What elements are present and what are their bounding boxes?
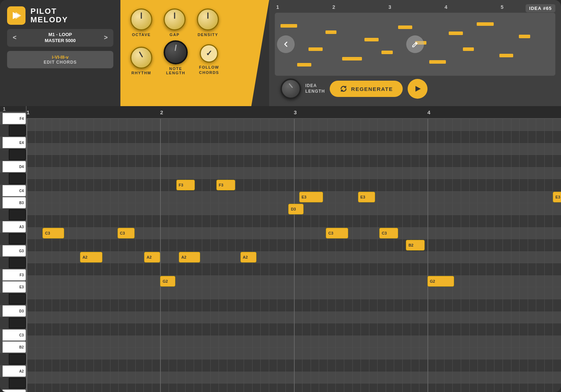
note-block[interactable]: B2 xyxy=(406,240,425,250)
grid-row xyxy=(27,384,561,392)
regenerate-label: REGENERATE xyxy=(351,86,393,92)
note-block[interactable]: G2 xyxy=(160,276,175,287)
loop-selector: < M1 - LOOPMASTER 5000 > xyxy=(7,29,113,47)
chord-name: i-VI-III-v xyxy=(12,54,108,60)
note-block[interactable]: E3 xyxy=(553,192,561,202)
piano-key-row: F4 xyxy=(0,113,26,125)
chord-button[interactable]: i-VI-III-v EDIT CHORDS xyxy=(7,51,113,68)
preview-note xyxy=(477,22,494,26)
density-knob[interactable] xyxy=(197,8,219,30)
idea-length-label: IDEALENGTH xyxy=(305,83,325,94)
piano-keys: 1 F4E4D4C4B3A3G3F3E3D3C3B2A2G2F2E2 xyxy=(0,106,27,392)
note-block[interactable]: A2 xyxy=(240,252,256,263)
white-key[interactable]: A2 xyxy=(2,365,26,377)
white-key[interactable]: B3 xyxy=(2,197,26,208)
checkmark-icon: ✓ xyxy=(206,49,212,58)
white-key[interactable]: C3 xyxy=(2,329,26,341)
idea-length-knob[interactable] xyxy=(280,79,301,99)
grid-row xyxy=(27,371,561,384)
logo-section: PILOT MELODY < M1 - LOOPMASTER 5000 > i-… xyxy=(0,0,120,106)
note-block[interactable]: C3 xyxy=(42,228,64,238)
piano-key-row: D3 xyxy=(0,305,26,317)
white-key[interactable]: A3 xyxy=(2,221,26,232)
note-block[interactable]: F3 xyxy=(216,180,235,190)
note-block[interactable]: A2 xyxy=(80,252,102,263)
note-block[interactable]: G2 xyxy=(427,276,454,287)
piano-key-row xyxy=(0,209,26,221)
preview-note xyxy=(449,31,463,35)
controls-section: OCTAVE GAP DENSITY RHYTHM NOTELENGTH xyxy=(120,0,269,106)
black-key[interactable] xyxy=(9,354,26,364)
piano-key-row: A2 xyxy=(0,365,26,377)
white-key[interactable]: E3 xyxy=(2,281,26,293)
note-block[interactable]: E3 xyxy=(299,192,323,202)
note-block[interactable]: A2 xyxy=(144,252,160,263)
grid-row xyxy=(27,287,561,299)
piano-key-row: B3 xyxy=(0,197,26,209)
white-key[interactable]: F3 xyxy=(2,269,26,281)
loop-next-button[interactable]: > xyxy=(100,33,111,43)
piano-key-row xyxy=(0,353,26,365)
black-key[interactable] xyxy=(9,234,26,244)
piano-key-row: E3 xyxy=(0,281,26,293)
grid-row xyxy=(27,167,561,179)
black-key[interactable] xyxy=(9,125,26,136)
note-block[interactable]: C3 xyxy=(379,228,398,238)
bottom-knob-row: RHYTHM NOTELENGTH ✓ FOLLOWCHORDS xyxy=(130,40,248,75)
note-block[interactable]: F3 xyxy=(176,180,195,190)
note-block[interactable]: C3 xyxy=(118,228,135,238)
play-button[interactable] xyxy=(408,79,427,99)
white-key[interactable]: B2 xyxy=(2,341,26,353)
logo-text: PILOT MELODY xyxy=(30,7,68,24)
grid-row xyxy=(27,215,561,227)
idea-length-group: IDEALENGTH xyxy=(280,79,325,99)
octave-knob-group: OCTAVE xyxy=(130,8,152,37)
white-key[interactable]: D4 xyxy=(2,161,26,172)
preview-note xyxy=(297,63,311,67)
piano-key-row: E4 xyxy=(0,137,26,149)
piano-key-row: C4 xyxy=(0,185,26,197)
regenerate-button[interactable]: REGENERATE xyxy=(330,81,403,97)
rhythm-knob[interactable] xyxy=(130,47,152,69)
grid-row xyxy=(27,323,561,335)
note-block[interactable]: A2 xyxy=(179,252,200,263)
note-block[interactable]: E3 xyxy=(358,192,375,202)
piano-key-row xyxy=(0,257,26,269)
preview-edit-button[interactable] xyxy=(406,35,424,53)
note-block[interactable]: C3 xyxy=(326,228,348,238)
black-key[interactable] xyxy=(9,173,26,184)
preview-note xyxy=(519,35,530,38)
black-key[interactable] xyxy=(9,209,26,220)
loop-name: M1 - LOOPMASTER 5000 xyxy=(20,32,101,44)
white-key[interactable]: E4 xyxy=(2,137,26,148)
black-key[interactable] xyxy=(9,149,26,160)
note-length-knob[interactable] xyxy=(164,40,188,64)
black-key[interactable] xyxy=(9,378,26,388)
preview-note xyxy=(499,54,514,57)
black-key[interactable] xyxy=(9,258,26,268)
grid-row xyxy=(27,227,561,239)
loop-prev-button[interactable]: < xyxy=(9,33,20,43)
white-key[interactable]: G3 xyxy=(2,245,26,256)
preview-beat-1: 1 xyxy=(275,4,331,10)
white-key[interactable]: C4 xyxy=(2,185,26,196)
black-key[interactable] xyxy=(9,318,26,328)
grid-row xyxy=(27,251,561,263)
white-key[interactable]: D3 xyxy=(2,305,26,317)
follow-chords-toggle[interactable]: ✓ xyxy=(200,44,218,63)
beat-header-spacer: 1 xyxy=(0,106,26,113)
piano-key-row: G2 xyxy=(0,389,26,392)
gap-knob[interactable] xyxy=(164,8,186,30)
white-key[interactable]: G2 xyxy=(2,390,26,392)
rhythm-knob-group: RHYTHM xyxy=(130,47,152,75)
white-key[interactable]: F4 xyxy=(2,113,26,124)
octave-knob[interactable] xyxy=(130,8,152,30)
density-knob-group: DENSITY xyxy=(197,8,219,37)
piano-key-row: G3 xyxy=(0,245,26,257)
black-key[interactable] xyxy=(9,294,26,304)
regenerate-icon xyxy=(340,85,347,93)
note-block[interactable]: D3 xyxy=(288,204,303,214)
piano-key-row xyxy=(0,317,26,329)
preview-back-button[interactable] xyxy=(277,35,295,53)
preview-note xyxy=(463,47,474,51)
